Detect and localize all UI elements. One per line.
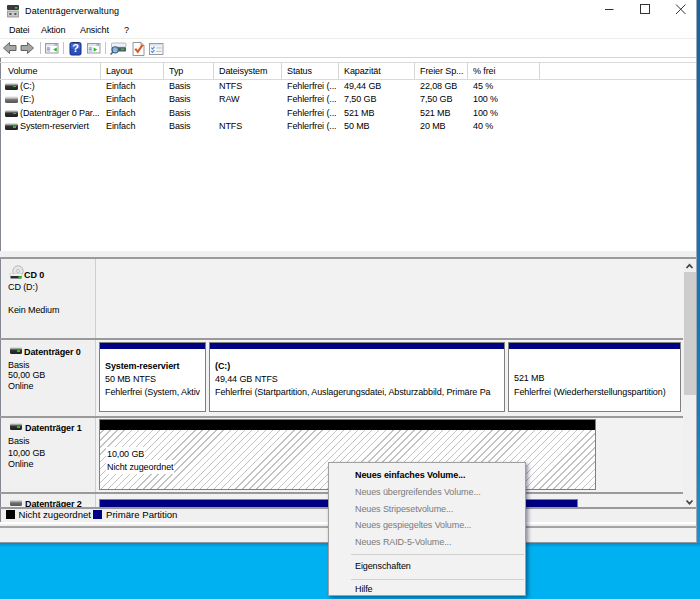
svg-text:?: ?: [72, 42, 79, 54]
